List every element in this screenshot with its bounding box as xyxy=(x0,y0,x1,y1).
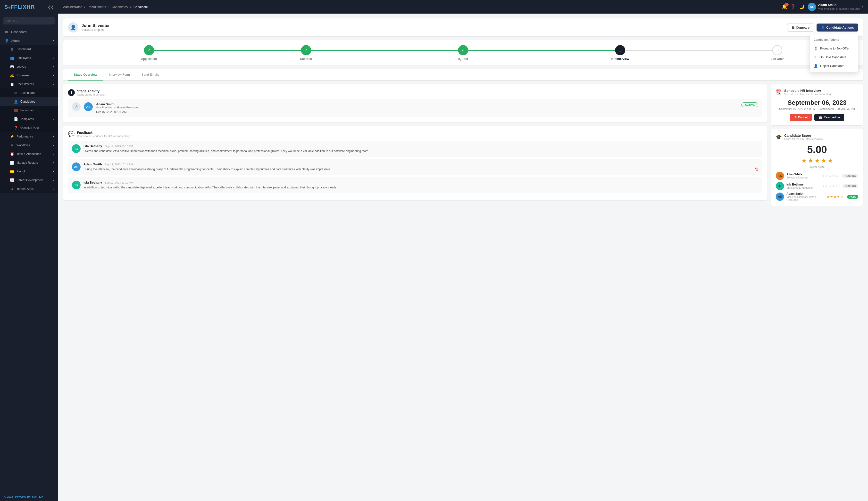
pipeline-step-shortlist[interactable]: ✓ Shortlist xyxy=(228,45,385,61)
sidebar-item-time-attendance[interactable]: ⏰ Time & Attendance ▾ xyxy=(0,150,58,158)
compare-label: Compare xyxy=(796,26,809,29)
reviewer-star: ★ xyxy=(827,195,830,199)
sidebar-collapse-button[interactable]: ❮❮ xyxy=(48,5,54,9)
sidebar-item-dashboard-top[interactable]: ⊞ Dashboard xyxy=(0,28,58,36)
candidate-info: 👤 John Silvester Software Engineer xyxy=(68,22,110,32)
sidebar-logo: S◎FFLIXHR ❮❮ xyxy=(0,0,58,14)
feedback-item-2: AS Adam Smith Sep 17, 2023 10:11 PM Duri… xyxy=(68,159,762,175)
logo-hr: HR xyxy=(27,4,35,10)
breadcrumb-administrator[interactable]: Administrator xyxy=(63,5,82,9)
chevron-down-icon: ▾ xyxy=(53,188,54,190)
sidebar-item-expenses[interactable]: 💰 Expenses ▾ xyxy=(0,71,58,80)
sidebar-item-internal-apps[interactable]: 🖥 Internal Apps ▾ xyxy=(0,184,58,193)
chevron-down-icon: ▾ xyxy=(53,153,54,156)
tabs-bar: Stage Overview Interview Form Send Email… xyxy=(63,70,863,81)
dropdown-item-on-hold[interactable]: ⏸ On Hold Candidate xyxy=(810,53,858,62)
person-icon: 👤 xyxy=(4,39,9,42)
candidates-icon: 👤 xyxy=(13,100,18,104)
sidebar-item-manage-rosters[interactable]: 📊 Manage Rosters ▾ xyxy=(0,158,58,167)
sidebar-item-career-development[interactable]: 📈 Career Development ▾ xyxy=(0,176,58,184)
candidate-actions-dropdown: Candidate Actions 🏅 Promote to Job Offer… xyxy=(810,34,858,72)
topbar: Administrator › Recruitments › Candidate… xyxy=(58,0,868,13)
vacancies-icon: 💼 xyxy=(13,108,18,112)
sidebar-item-leaves[interactable]: 📅 Leaves ▾ xyxy=(0,62,58,71)
reviewer-name-1: Allan White xyxy=(786,173,819,176)
tab-stage-overview[interactable]: Stage Overview xyxy=(68,70,103,81)
schedule-section: 📅 Schedule HR Interview Set date and tim… xyxy=(771,84,863,125)
reviewer-star: ★ xyxy=(836,174,838,178)
schedule-header-content: Schedule HR Interview Set date and time … xyxy=(784,89,832,96)
schedule-header: 📅 Schedule HR Interview Set date and tim… xyxy=(776,89,858,96)
reviewer-star: ★ xyxy=(832,184,835,188)
notifications-button[interactable]: 🔔 3 xyxy=(782,4,787,9)
sidebar-item-recruitments[interactable]: 📋 Recruitments ▾ xyxy=(0,80,58,88)
sidebar-item-payroll[interactable]: 💳 Payroll ▾ xyxy=(0,167,58,176)
feedback-time-2: Sep 17, 2023 10:11 PM xyxy=(105,163,133,166)
breadcrumb-candidates[interactable]: Candidates xyxy=(112,5,128,9)
reviewer-star: ★ xyxy=(836,184,838,188)
sidebar-item-question-pool[interactable]: ❓ Question Pool xyxy=(0,124,58,132)
star-2: ★ xyxy=(808,157,813,164)
reviewer-avatar-1: AW xyxy=(776,172,784,180)
delete-feedback-button-2[interactable]: 🗑 xyxy=(755,167,759,171)
tab-interview-form[interactable]: Interview Form xyxy=(103,70,136,81)
activity-initials: AS xyxy=(86,105,91,109)
sidebar-item-employees[interactable]: 👥 Employees ▾ xyxy=(0,54,58,62)
sidebar-item-admin[interactable]: 👤 Admin ▾ xyxy=(0,36,58,45)
tabs: Stage Overview Interview Form Send Email… xyxy=(63,70,863,81)
breadcrumb-separator: › xyxy=(108,5,109,9)
reviewer-star: ★ xyxy=(822,174,825,178)
sidebar-item-templates[interactable]: 📄 Templates ▾ xyxy=(0,115,58,124)
cancel-interview-button[interactable]: ⚠ Cancel xyxy=(790,114,812,121)
dropdown-item-reject[interactable]: 👤 Reject Candidate xyxy=(810,62,858,70)
theme-toggle-button[interactable]: 🌙 xyxy=(799,4,804,9)
info-icon: ℹ xyxy=(68,89,75,96)
chevron-down-icon: ▾ xyxy=(53,135,54,138)
sidebar-item-label: Time & Attendance xyxy=(17,152,50,156)
compare-button[interactable]: ⊞ Compare xyxy=(787,23,814,32)
pipeline-step-application[interactable]: ✓ Application xyxy=(70,45,228,61)
stage-activity-header-content: Stage Activity Stage status information xyxy=(77,89,762,96)
feedback-section: 💬 Feedback Coordinator Feedback for HR I… xyxy=(63,126,767,200)
search-input[interactable] xyxy=(3,17,55,24)
sidebar-item-admin-dashboard[interactable]: ⊞ Dashboard xyxy=(0,45,58,54)
reviewer-name-2: Isla Bethany xyxy=(786,183,819,186)
pipeline-step-iq-test[interactable]: ✓ IQ Test xyxy=(385,45,542,61)
reviewer-badge-2: PENDING xyxy=(842,184,858,188)
pipeline-step-hr-interview[interactable]: ⏱ HR Interview xyxy=(542,45,699,61)
tab-send-emails[interactable]: Send Emails xyxy=(136,70,165,81)
chevron-down-icon: ▾ xyxy=(53,39,54,42)
schedule-date: September 06, 2023 xyxy=(776,99,858,106)
sidebar-item-candidates[interactable]: 👤 Candidates xyxy=(0,97,58,106)
sidebar-item-label: Manage Rosters xyxy=(17,161,50,164)
feedback-text-2: During the interview, the candidate show… xyxy=(84,167,758,171)
sidebar-item-performance[interactable]: ⚡ Performance ▾ xyxy=(0,132,58,141)
star-3: ★ xyxy=(814,157,820,164)
on-hold-icon: ⏸ xyxy=(814,55,817,59)
help-button[interactable]: ❓ xyxy=(790,4,796,9)
candidate-actions-label: Candidate Actions xyxy=(826,26,854,29)
sidebar-item-rec-dashboard[interactable]: ⊞ Dashboard xyxy=(0,88,58,97)
sidebar-item-vacancies[interactable]: 💼 Vacancies xyxy=(0,106,58,115)
candidate-actions-button[interactable]: 👤 Candidate Actions xyxy=(817,23,858,32)
clock-icon: ⏰ xyxy=(10,152,14,156)
breadcrumb-recruitments[interactable]: Recruitments xyxy=(87,5,106,9)
sidebar-item-workflows[interactable]: ≡ Workflows ▾ xyxy=(0,141,58,150)
breadcrumb-separator: › xyxy=(130,5,131,9)
user-menu[interactable]: AS Adam Smith Vice President of Human Re… xyxy=(808,3,863,11)
feedback-item-3: IB Isla Bethany Sep 17, 2023 10:12 PM In… xyxy=(68,177,762,193)
left-column: ℹ Stage Activity Stage status informatio… xyxy=(63,84,767,206)
header-actions: ⊞ Compare 👤 Candidate Actions Candidate … xyxy=(787,23,858,32)
reviewer-info-1: Allan White Software Engineer xyxy=(786,173,819,179)
promote-label: Promote to Job Offer xyxy=(820,46,849,50)
employees-icon: 👥 xyxy=(10,56,14,60)
reschedule-button[interactable]: 📅 Reschedule xyxy=(814,114,844,121)
reviewer-info-2: Isla Bethany Employee Engagement xyxy=(786,183,819,189)
reviewer-info-3: Adam Smith Vice President of Human Resou… xyxy=(786,192,824,201)
dropdown-item-promote[interactable]: 🏅 Promote to Job Offer xyxy=(810,44,858,53)
pipeline-steps: ✓ Application ✓ Shortlist ✓ IQ Test ⏱ HR… xyxy=(70,45,856,61)
activity-item: ⏱ AS Adam Smith Vice President of Human … xyxy=(68,99,762,117)
step-label-iq-test: IQ Test xyxy=(458,57,468,61)
sidebar-item-label: Templates xyxy=(20,117,50,121)
main-area: Administrator › Recruitments › Candidate… xyxy=(58,0,868,501)
